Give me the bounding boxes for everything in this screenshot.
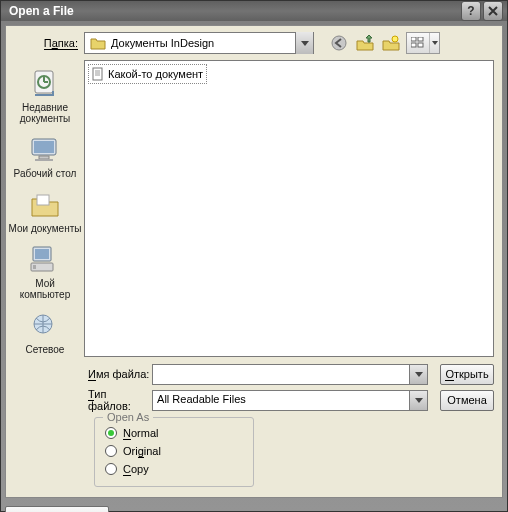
- svg-point-1: [392, 36, 398, 42]
- svg-rect-5: [418, 43, 423, 47]
- mydocs-icon: [28, 189, 62, 221]
- network-icon: [28, 310, 62, 342]
- places-network-label: Сетевое: [26, 344, 65, 355]
- up-button[interactable]: [354, 32, 376, 54]
- file-item-label: Какой-то документ: [108, 68, 203, 80]
- svg-rect-10: [39, 156, 49, 159]
- svg-rect-3: [418, 37, 423, 41]
- places-network[interactable]: Сетевое: [8, 308, 82, 357]
- radio-icon: [105, 427, 117, 439]
- chevron-down-icon[interactable]: [429, 33, 439, 53]
- recent-icon: [28, 68, 62, 100]
- svg-rect-14: [35, 249, 49, 259]
- back-button[interactable]: [328, 32, 350, 54]
- folder-combo[interactable]: Документы InDesign: [84, 32, 314, 54]
- desktop-icon: [28, 134, 62, 166]
- chevron-down-icon[interactable]: [409, 365, 427, 384]
- filename-combo[interactable]: [152, 364, 428, 385]
- open-as-title: Open As: [103, 411, 153, 423]
- view-menu-button[interactable]: [406, 32, 440, 54]
- close-button[interactable]: [483, 1, 503, 21]
- window-title: Open a File: [5, 4, 461, 18]
- open-as-group: Open As Normal Original Copy: [94, 417, 254, 487]
- titlebar: Open a File ?: [1, 1, 507, 21]
- places-mydocs-label: Мои документы: [9, 223, 82, 234]
- computer-icon: [28, 244, 62, 276]
- svg-rect-9: [34, 141, 54, 153]
- folder-icon: [89, 35, 107, 51]
- places-mycomputer[interactable]: Мой компьютер: [8, 242, 82, 302]
- places-desktop-label: Рабочий стол: [14, 168, 77, 179]
- filetype-value: All Readable Files: [153, 391, 409, 410]
- filetype-combo[interactable]: All Readable Files: [152, 390, 428, 411]
- chevron-down-icon[interactable]: [409, 391, 427, 410]
- places-bar: Недавние документы Рабочий стол Мои доку…: [6, 60, 84, 357]
- help-button[interactable]: ?: [461, 1, 481, 21]
- filename-input[interactable]: [153, 365, 409, 384]
- folder-label: Папка:: [6, 37, 84, 49]
- open-as-copy[interactable]: Copy: [105, 460, 243, 478]
- chevron-down-icon[interactable]: [295, 32, 313, 54]
- file-list[interactable]: Какой-то документ: [84, 60, 494, 357]
- places-recent-label: Недавние документы: [20, 102, 71, 124]
- open-as-original[interactable]: Original: [105, 442, 243, 460]
- svg-rect-4: [411, 43, 416, 47]
- cancel-button[interactable]: Отмена: [440, 390, 494, 411]
- svg-rect-2: [411, 37, 416, 41]
- filetype-label: Тип файлов:: [6, 388, 152, 412]
- open-as-normal[interactable]: Normal: [105, 424, 243, 442]
- new-folder-button[interactable]: [380, 32, 402, 54]
- svg-rect-12: [37, 195, 49, 205]
- svg-point-0: [332, 36, 346, 50]
- folder-name: Документы InDesign: [111, 37, 295, 49]
- places-mycomputer-label: Мой компьютер: [20, 278, 70, 300]
- open-button[interactable]: Открыть: [440, 364, 494, 385]
- places-desktop[interactable]: Рабочий стол: [8, 132, 82, 181]
- view-icon: [407, 37, 429, 49]
- radio-icon: [105, 463, 117, 475]
- file-item[interactable]: Какой-то документ: [88, 64, 207, 84]
- svg-rect-16: [33, 265, 36, 269]
- svg-rect-18: [93, 68, 102, 80]
- radio-icon: [105, 445, 117, 457]
- filename-label: Имя файла:: [6, 368, 152, 380]
- svg-rect-11: [35, 159, 53, 161]
- use-adobe-dialog-button[interactable]: Use Adobe Dialog: [5, 506, 109, 512]
- places-mydocs[interactable]: Мои документы: [8, 187, 82, 236]
- document-icon: [90, 66, 106, 82]
- places-recent[interactable]: Недавние документы: [8, 66, 82, 126]
